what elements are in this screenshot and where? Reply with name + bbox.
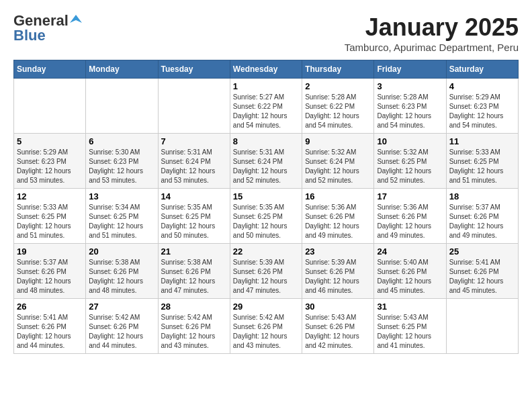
day-number: 2 [305, 81, 371, 91]
day-number: 26 [17, 302, 83, 312]
table-row: 22Sunrise: 5:39 AM Sunset: 6:26 PM Dayli… [230, 244, 302, 299]
table-row: 27Sunrise: 5:42 AM Sunset: 6:26 PM Dayli… [86, 299, 158, 354]
day-info: Sunrise: 5:32 AM Sunset: 6:25 PM Dayligh… [377, 148, 443, 185]
day-info: Sunrise: 5:31 AM Sunset: 6:24 PM Dayligh… [233, 148, 299, 185]
calendar-header-row: Sunday Monday Tuesday Wednesday Thursday… [14, 60, 519, 79]
logo-blue-text: Blue [13, 28, 82, 43]
day-info: Sunrise: 5:28 AM Sunset: 6:22 PM Dayligh… [305, 93, 371, 130]
table-row: 10Sunrise: 5:32 AM Sunset: 6:25 PM Dayli… [374, 134, 446, 189]
day-number: 13 [89, 191, 154, 201]
day-number: 12 [17, 191, 83, 201]
day-number: 7 [161, 136, 227, 146]
col-saturday: Saturday [446, 60, 518, 79]
day-info: Sunrise: 5:36 AM Sunset: 6:26 PM Dayligh… [305, 203, 371, 240]
day-info: Sunrise: 5:40 AM Sunset: 6:26 PM Dayligh… [377, 258, 443, 295]
month-title: January 2025 [345, 13, 519, 42]
table-row: 1Sunrise: 5:27 AM Sunset: 6:22 PM Daylig… [230, 79, 302, 134]
day-info: Sunrise: 5:37 AM Sunset: 6:26 PM Dayligh… [17, 258, 83, 295]
day-info: Sunrise: 5:38 AM Sunset: 6:26 PM Dayligh… [89, 258, 154, 295]
table-row: 14Sunrise: 5:35 AM Sunset: 6:25 PM Dayli… [158, 189, 230, 244]
day-info: Sunrise: 5:29 AM Sunset: 6:23 PM Dayligh… [17, 148, 83, 185]
day-info: Sunrise: 5:42 AM Sunset: 6:26 PM Dayligh… [161, 313, 227, 351]
title-area: January 2025 Tamburco, Apurimac Departme… [345, 13, 519, 53]
day-number: 8 [233, 136, 299, 146]
day-info: Sunrise: 5:33 AM Sunset: 6:25 PM Dayligh… [17, 203, 83, 240]
day-info: Sunrise: 5:38 AM Sunset: 6:26 PM Dayligh… [161, 258, 227, 295]
table-row: 15Sunrise: 5:35 AM Sunset: 6:25 PM Dayli… [230, 189, 302, 244]
logo: General Blue [13, 13, 82, 43]
col-thursday: Thursday [302, 60, 374, 79]
table-row: 23Sunrise: 5:39 AM Sunset: 6:26 PM Dayli… [302, 244, 374, 299]
day-number: 21 [161, 246, 227, 257]
day-number: 3 [377, 81, 443, 91]
table-row: 2Sunrise: 5:28 AM Sunset: 6:22 PM Daylig… [302, 79, 374, 134]
day-info: Sunrise: 5:39 AM Sunset: 6:26 PM Dayligh… [305, 258, 371, 295]
calendar-week-row: 1Sunrise: 5:27 AM Sunset: 6:22 PM Daylig… [14, 79, 519, 134]
table-row: 31Sunrise: 5:43 AM Sunset: 6:25 PM Dayli… [374, 299, 446, 354]
day-number: 24 [377, 246, 443, 257]
table-row: 29Sunrise: 5:42 AM Sunset: 6:26 PM Dayli… [230, 299, 302, 354]
table-row [158, 79, 230, 134]
table-row: 26Sunrise: 5:41 AM Sunset: 6:26 PM Dayli… [14, 299, 86, 354]
day-info: Sunrise: 5:39 AM Sunset: 6:26 PM Dayligh… [233, 258, 299, 295]
day-number: 22 [233, 246, 299, 257]
day-info: Sunrise: 5:41 AM Sunset: 6:26 PM Dayligh… [449, 258, 515, 295]
table-row: 8Sunrise: 5:31 AM Sunset: 6:24 PM Daylig… [230, 134, 302, 189]
table-row [86, 79, 158, 134]
table-row: 3Sunrise: 5:28 AM Sunset: 6:23 PM Daylig… [374, 79, 446, 134]
day-info: Sunrise: 5:27 AM Sunset: 6:22 PM Dayligh… [233, 93, 299, 130]
day-number: 17 [377, 191, 443, 201]
day-number: 6 [89, 136, 154, 146]
calendar-week-row: 19Sunrise: 5:37 AM Sunset: 6:26 PM Dayli… [14, 244, 519, 299]
day-info: Sunrise: 5:28 AM Sunset: 6:23 PM Dayligh… [377, 93, 443, 130]
day-info: Sunrise: 5:42 AM Sunset: 6:26 PM Dayligh… [89, 313, 154, 351]
table-row: 19Sunrise: 5:37 AM Sunset: 6:26 PM Dayli… [14, 244, 86, 299]
day-info: Sunrise: 5:31 AM Sunset: 6:24 PM Dayligh… [161, 148, 227, 185]
col-monday: Monday [86, 60, 158, 79]
day-info: Sunrise: 5:37 AM Sunset: 6:26 PM Dayligh… [449, 203, 515, 240]
col-sunday: Sunday [14, 60, 86, 79]
logo-general-text: General [13, 13, 69, 28]
day-number: 14 [161, 191, 227, 201]
calendar-week-row: 26Sunrise: 5:41 AM Sunset: 6:26 PM Dayli… [14, 299, 519, 354]
day-info: Sunrise: 5:43 AM Sunset: 6:25 PM Dayligh… [377, 313, 443, 351]
table-row: 11Sunrise: 5:33 AM Sunset: 6:25 PM Dayli… [446, 134, 518, 189]
col-friday: Friday [374, 60, 446, 79]
day-info: Sunrise: 5:42 AM Sunset: 6:26 PM Dayligh… [233, 313, 299, 351]
day-info: Sunrise: 5:36 AM Sunset: 6:26 PM Dayligh… [377, 203, 443, 240]
day-number: 16 [305, 191, 371, 201]
table-row: 16Sunrise: 5:36 AM Sunset: 6:26 PM Dayli… [302, 189, 374, 244]
header: General Blue January 2025 Tamburco, Apur… [13, 13, 519, 53]
table-row: 7Sunrise: 5:31 AM Sunset: 6:24 PM Daylig… [158, 134, 230, 189]
day-number: 29 [233, 302, 299, 312]
table-row: 21Sunrise: 5:38 AM Sunset: 6:26 PM Dayli… [158, 244, 230, 299]
day-number: 18 [449, 191, 515, 201]
day-info: Sunrise: 5:29 AM Sunset: 6:23 PM Dayligh… [449, 93, 515, 130]
table-row: 4Sunrise: 5:29 AM Sunset: 6:23 PM Daylig… [446, 79, 518, 134]
col-wednesday: Wednesday [230, 60, 302, 79]
day-info: Sunrise: 5:30 AM Sunset: 6:23 PM Dayligh… [89, 148, 154, 185]
day-number: 9 [305, 136, 371, 146]
day-info: Sunrise: 5:33 AM Sunset: 6:25 PM Dayligh… [449, 148, 515, 185]
calendar-week-row: 5Sunrise: 5:29 AM Sunset: 6:23 PM Daylig… [14, 134, 519, 189]
table-row: 6Sunrise: 5:30 AM Sunset: 6:23 PM Daylig… [86, 134, 158, 189]
table-row: 12Sunrise: 5:33 AM Sunset: 6:25 PM Dayli… [14, 189, 86, 244]
calendar-table: Sunday Monday Tuesday Wednesday Thursday… [13, 60, 519, 354]
day-number: 31 [377, 302, 443, 312]
table-row: 25Sunrise: 5:41 AM Sunset: 6:26 PM Dayli… [446, 244, 518, 299]
table-row: 13Sunrise: 5:34 AM Sunset: 6:25 PM Dayli… [86, 189, 158, 244]
table-row [14, 79, 86, 134]
day-number: 19 [17, 246, 83, 257]
day-number: 4 [449, 81, 515, 91]
col-tuesday: Tuesday [158, 60, 230, 79]
day-info: Sunrise: 5:43 AM Sunset: 6:26 PM Dayligh… [305, 313, 371, 351]
day-number: 15 [233, 191, 299, 201]
day-info: Sunrise: 5:32 AM Sunset: 6:24 PM Dayligh… [305, 148, 371, 185]
day-number: 20 [89, 246, 154, 257]
table-row: 18Sunrise: 5:37 AM Sunset: 6:26 PM Dayli… [446, 189, 518, 244]
day-number: 1 [233, 81, 299, 91]
day-number: 23 [305, 246, 371, 257]
day-number: 28 [161, 302, 227, 312]
day-number: 25 [449, 246, 515, 257]
table-row: 5Sunrise: 5:29 AM Sunset: 6:23 PM Daylig… [14, 134, 86, 189]
